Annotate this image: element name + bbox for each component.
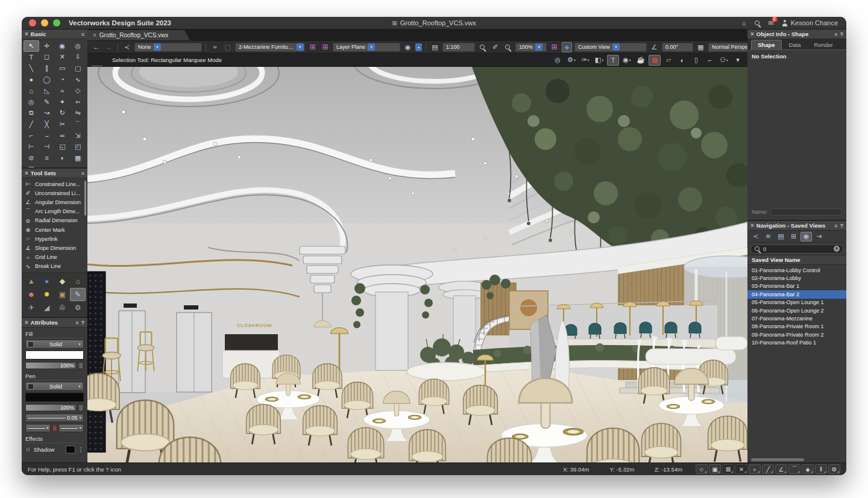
mode-zoom-options-icon[interactable]: ◉▾ (621, 55, 633, 66)
class-options-icon[interactable]: ≺ (122, 42, 132, 52)
pen-opacity-options-icon[interactable]: ⋮ (78, 404, 84, 411)
toolset-building[interactable]: ⌂ (70, 275, 86, 288)
trim-tool[interactable]: ╳ (39, 119, 55, 130)
polyline-tool[interactable]: ◺ (39, 85, 55, 96)
mode-magnifier-icon[interactable]: ◎ (552, 55, 564, 66)
line-marker-icon[interactable]: 8 (52, 425, 56, 432)
rotate-tool[interactable]: ↻ (55, 108, 71, 119)
tool-sets-close-icon[interactable]: × (25, 170, 28, 176)
viewport-window-icon[interactable]: ⊞ (307, 42, 318, 52)
flyover-tool[interactable]: ◉ (55, 40, 71, 52)
text-tool[interactable]: T (24, 52, 39, 63)
toolset-item-slope-dimension[interactable]: ∡Slope Dimension (24, 243, 87, 252)
visibility-eye-icon[interactable]: ◉ (403, 42, 413, 52)
object-info-close-icon[interactable]: × (750, 31, 754, 37)
pan-tool[interactable]: ✛ (39, 40, 55, 52)
pen-color-swatch[interactable] (25, 393, 84, 402)
line-weight-dropdown[interactable]: 0.05 ▾ (25, 414, 84, 422)
toolset-globe[interactable]: ● (39, 275, 55, 288)
saved-views-search-input[interactable]: 0 ✕ (750, 244, 843, 254)
resize-tool[interactable]: ⇲ (70, 130, 86, 142)
paintbrush-tool[interactable]: ✎ (39, 96, 55, 108)
area-tool[interactable]: ◱ (55, 141, 71, 152)
saved-view-item[interactable]: 10-Panorama-Roof Patio 1 (747, 339, 846, 347)
zoom-level-icon[interactable] (503, 42, 513, 52)
navigation-hscrollbar[interactable] (747, 457, 846, 462)
mode-interactive-scaling-icon[interactable]: ⇕ (91, 54, 103, 55)
nav-saved-views-icon[interactable]: ◉ (800, 232, 812, 241)
home-icon[interactable]: ⌂ (742, 19, 746, 26)
toolset-item-hyperlink[interactable]: ☞Hyperlink (24, 234, 87, 243)
rounded-rectangle-tool[interactable]: ▢ (70, 63, 86, 74)
clear-search-icon[interactable]: ✕ (834, 246, 840, 252)
object-info-help-icon[interactable]: ? (840, 31, 844, 37)
offset-tool[interactable]: ⧉ (24, 108, 39, 119)
dimension-horizontal-tool[interactable]: ⊢ (24, 141, 39, 152)
tab-data[interactable]: Data (783, 40, 807, 49)
toolset-furnishings[interactable]: ▣ (55, 288, 71, 301)
toolset-item-center-mark[interactable]: ⊕Center Mark (24, 225, 87, 234)
scale-icon[interactable]: ▤ (430, 42, 440, 52)
shadow-checkbox[interactable] (25, 447, 31, 452)
saved-view-item[interactable]: 01-Panorama-Lobby Control (747, 266, 846, 274)
drawing-canvas[interactable]: CLOAKROOM (87, 67, 747, 462)
snap-surface-icon[interactable]: ⊠ (722, 464, 734, 474)
line-end-style-dropdown-left[interactable]: ▾ (25, 424, 51, 432)
messages-icon[interactable]: ✉2 (769, 19, 774, 27)
toolset-machine-design[interactable]: ✈ (24, 301, 39, 314)
toolset-item-arc-length-dimension[interactable]: ⌒Arc Length Dime... (24, 207, 87, 216)
double-line-tool[interactable]: ∥ (39, 63, 55, 74)
saved-view-item[interactable]: 05-Panorama-Open Lounge 1 (747, 299, 846, 307)
saved-view-item[interactable]: 03-Panorama-Bar 1 (747, 282, 846, 290)
saved-view-item[interactable]: 07-Panorama-Mezzanine (747, 314, 846, 322)
tape-measure-tool[interactable]: ≡ (39, 152, 55, 164)
nav-classes-icon[interactable]: ≋ (763, 232, 774, 241)
layer-box-icon[interactable]: ▢ (222, 42, 233, 52)
wand-tool[interactable]: ✦ (55, 96, 71, 108)
nav-design-layers-icon[interactable]: ▤ (775, 232, 787, 241)
snap-object-icon[interactable]: ▣ (709, 464, 721, 474)
back-icon[interactable]: ← (91, 42, 101, 52)
zoom-window-button[interactable] (53, 19, 60, 26)
spiral-tool[interactable]: ◎ (24, 96, 39, 108)
document-tab[interactable]: × Grotto_Rooftop_VCS.vwx (87, 30, 190, 40)
toolset-dims-notes[interactable]: ✎ (70, 288, 86, 301)
viewport-window-alt-icon[interactable]: ⊞ (320, 42, 330, 52)
object-name-field[interactable] (770, 208, 842, 216)
mode-render-teapot-icon[interactable]: ☕ (635, 55, 647, 66)
snap-grid-icon[interactable]: ◈ (802, 464, 814, 474)
saved-view-window-icon[interactable]: ⊞ (549, 42, 559, 52)
toolset-lighting[interactable]: ✹ (39, 288, 55, 301)
visibility-tool[interactable]: ⇩ (70, 52, 86, 63)
snap-smart-point-icon[interactable]: ∘ (749, 464, 761, 474)
mode-fill-icon[interactable]: ◧▾ (593, 55, 605, 66)
polygon-tool[interactable]: ⌂ (24, 85, 39, 96)
constraint-tool[interactable]: ✕ (55, 52, 71, 63)
fillet-tool[interactable]: ⌒ (70, 119, 86, 130)
saved-view-item[interactable]: 02-Panorama-Lobby (747, 274, 846, 282)
toolset-item-constrained-linear-dimension[interactable]: ⊢Constrained Line... (24, 179, 87, 188)
tab-shape[interactable]: Shape (751, 40, 782, 49)
toolset-people[interactable]: ☻ (24, 288, 39, 301)
pen-style-dropdown[interactable]: Solid ▾ (25, 382, 84, 391)
toolset-3d-modeling[interactable]: ⚙ (70, 301, 86, 314)
saved-view-column-header[interactable]: Saved View Name (747, 255, 846, 265)
saved-view-item[interactable]: 04-Panorama-Bar 2 (747, 290, 846, 298)
active-class-dropdown[interactable]: None▾ (134, 43, 202, 52)
circle-tool[interactable]: ● (24, 74, 39, 86)
active-layer-dropdown[interactable]: 2-Mezzanine Furniture & pr...▾ (235, 43, 305, 52)
oval-tool[interactable]: ◯ (39, 74, 55, 86)
tab-render[interactable]: Render (808, 40, 839, 49)
current-view-icon[interactable]: ◈ (562, 42, 572, 52)
tool-sets-menu-icon[interactable]: ≡ (81, 170, 84, 176)
basic-palette-close-icon[interactable]: × (25, 31, 28, 37)
mode-overflow-icon[interactable]: ▾ (732, 55, 744, 66)
close-window-button[interactable] (29, 19, 36, 26)
attributes-menu-icon[interactable]: ≡ (75, 320, 78, 326)
shadow-color-swatch[interactable] (66, 446, 75, 453)
snap-angle-icon[interactable]: ∠ (775, 464, 787, 474)
forward-icon[interactable]: → (104, 42, 114, 52)
nav-tree-icon[interactable]: ≺ (750, 232, 761, 241)
object-info-menu-icon[interactable]: ≡ (834, 31, 837, 37)
mode-contrast-icon[interactable]: ◐ (676, 55, 688, 66)
